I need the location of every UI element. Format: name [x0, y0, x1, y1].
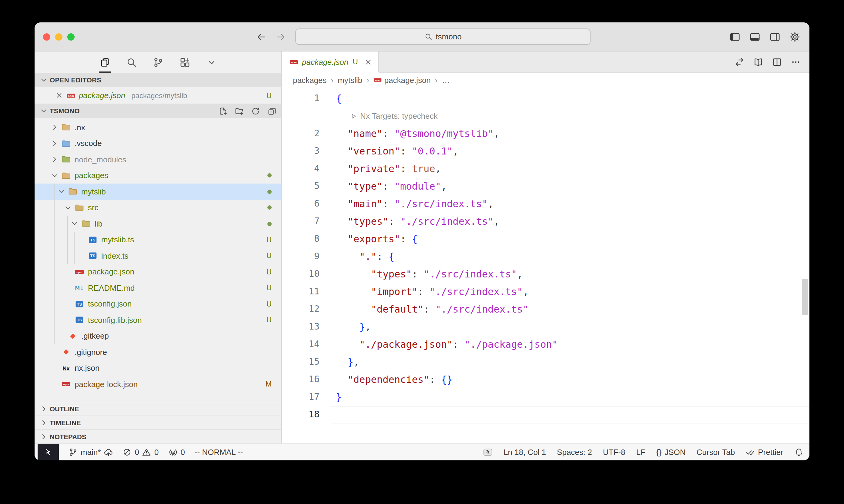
section-outline[interactable]: OUTLINE — [35, 402, 281, 416]
chevron-right-icon[interactable] — [50, 139, 61, 148]
split-editor-icon[interactable] — [772, 57, 782, 67]
code-line-3[interactable]: 3 "version": "0.0.1", — [282, 142, 809, 160]
code-line-13[interactable]: 13 }, — [282, 318, 809, 336]
status-notifications[interactable] — [794, 444, 803, 461]
chevron-down-icon[interactable] — [57, 187, 68, 196]
code-line-5[interactable]: 5 "type": "module", — [282, 178, 809, 195]
activity-extensions[interactable] — [179, 52, 190, 73]
code-line-4[interactable]: 4 "private": true, — [282, 160, 809, 178]
tree-item-README.md[interactable]: M↓README.mdU — [35, 280, 281, 296]
chevron-down-icon[interactable] — [70, 220, 81, 228]
activity-more-views[interactable] — [206, 52, 217, 73]
activity-explorer[interactable] — [99, 52, 110, 73]
tree-item-.nx[interactable]: .nx — [35, 119, 281, 136]
code-editor[interactable]: 1{Nx Targets: typecheck2 "name": "@tsmon… — [282, 87, 809, 444]
close-tab-icon[interactable] — [365, 58, 373, 66]
layout-panel-icon[interactable] — [750, 32, 760, 42]
code-line-10[interactable]: 10 "types": "./src/index.ts", — [282, 265, 809, 283]
chevron-down-icon[interactable] — [64, 203, 74, 212]
new-file-icon[interactable] — [218, 106, 227, 115]
status-cursor-tab[interactable]: Cursor Tab — [697, 444, 735, 461]
status-encoding[interactable]: UTF-8 — [603, 444, 625, 461]
status-indentation[interactable]: Spaces: 2 — [557, 444, 592, 461]
refresh-icon[interactable] — [251, 106, 260, 115]
code-line-7[interactable]: 7 "types": "./src/index.ts", — [282, 213, 809, 230]
tree-item-.vscode[interactable]: .vscode — [35, 136, 281, 151]
new-folder-icon[interactable] — [235, 106, 244, 115]
code-line-6[interactable]: 6 "main": "./src/index.ts", — [282, 195, 809, 213]
problems-text: 0 — [135, 448, 139, 457]
code-line-15[interactable]: 15 }, — [282, 353, 809, 371]
codelens-action[interactable]: Nx Targets: typecheck — [350, 107, 437, 125]
status-branch[interactable]: main* — [69, 444, 113, 461]
breadcrumb-item[interactable]: … — [442, 75, 450, 85]
status-formatter[interactable]: Prettier — [746, 444, 783, 461]
tree-item-node_modules[interactable]: node_modules — [35, 151, 281, 167]
back-arrow-icon[interactable] — [256, 32, 267, 42]
tree-item-.gitkeep[interactable]: .gitkeep — [35, 328, 281, 344]
forward-arrow-icon[interactable] — [275, 32, 286, 42]
tree-item-nx.json[interactable]: Nxnx.json — [35, 360, 281, 376]
explorer-section-header[interactable]: TSMONO — [35, 104, 281, 118]
status-cursor-position[interactable]: Ln 18, Col 1 — [503, 444, 546, 461]
tree-item-package-lock.json[interactable]: npmpackage-lock.jsonM — [35, 376, 281, 392]
code-line-1[interactable]: 1{ — [282, 90, 809, 107]
chevron-down-icon[interactable] — [50, 172, 61, 180]
chevron-right-icon[interactable] — [50, 123, 61, 132]
tree-item-lib[interactable]: lib — [35, 216, 281, 232]
tree-item-label: .gitkeep — [81, 332, 109, 341]
section-timeline[interactable]: TIMELINE — [35, 416, 281, 430]
tree-item-index.ts[interactable]: TSindex.tsU — [35, 248, 281, 264]
tree-item-src[interactable]: src — [35, 200, 281, 216]
status-problems[interactable]: 00 — [123, 444, 159, 461]
settings-gear-icon[interactable] — [789, 32, 800, 42]
diff-icon[interactable] — [734, 57, 744, 67]
zoom-window-button[interactable] — [67, 33, 74, 41]
status-eol[interactable]: LF — [636, 444, 645, 461]
tree-item-.gitignore[interactable]: .gitignore — [35, 344, 281, 360]
command-center[interactable]: tsmono — [295, 29, 590, 45]
tab-package-json[interactable]: npm package.json U — [282, 52, 379, 73]
tree-item-mytslib.ts[interactable]: TSmytslib.tsU — [35, 232, 281, 248]
section-notepads[interactable]: NOTEPADS — [35, 430, 281, 444]
code-line-12[interactable]: 12 "default": "./src/index.ts" — [282, 301, 809, 318]
code-line-2[interactable]: 2 "name": "@tsmono/mytslib", — [282, 125, 809, 142]
preview-icon[interactable] — [753, 57, 763, 67]
status-zoom[interactable] — [484, 444, 493, 461]
minimize-window-button[interactable] — [55, 33, 63, 41]
codelens-line[interactable]: Nx Targets: typecheck — [282, 107, 809, 125]
layout-sidebar-right-icon[interactable] — [770, 32, 780, 42]
open-editor-item[interactable]: npmpackage.jsonpackages/mytslibU — [35, 87, 281, 104]
open-editors-header[interactable]: OPEN EDITORS — [35, 73, 281, 87]
tree-item-package.json[interactable]: npmpackage.jsonU — [35, 264, 281, 280]
more-actions-icon[interactable] — [791, 57, 801, 67]
tree-item-packages[interactable]: packages — [35, 167, 281, 183]
code-line-14[interactable]: 14 "./package.json": "./package.json" — [282, 336, 809, 353]
status-ports[interactable]: 0 — [168, 444, 185, 461]
code-line-11[interactable]: 11 "import": "./src/index.ts", — [282, 283, 809, 301]
tree-item-mytslib[interactable]: mytslib — [35, 183, 281, 200]
layout-sidebar-left-icon[interactable] — [729, 32, 740, 42]
status-language-mode[interactable]: {}JSON — [656, 444, 686, 461]
status-remote[interactable] — [38, 444, 59, 461]
scrollbar-thumb[interactable] — [802, 278, 808, 315]
code-line-17[interactable]: 17} — [282, 388, 809, 406]
breadcrumb-item[interactable]: mytslib — [338, 75, 362, 85]
activity-search[interactable] — [126, 52, 137, 73]
code-line-18[interactable]: 18 — [282, 406, 809, 424]
status-vim-mode[interactable]: -- NORMAL -- — [195, 444, 243, 461]
code-lines: 1{Nx Targets: typecheck2 "name": "@tsmon… — [282, 90, 809, 424]
breadcrumb-item[interactable]: packages — [293, 75, 327, 85]
breadcrumb-item[interactable]: npmpackage.json — [374, 75, 431, 85]
code-text: "import": "./src/index.ts", — [320, 283, 529, 301]
code-line-9[interactable]: 9 ".": { — [282, 248, 809, 265]
tree-item-tsconfig.json[interactable]: TStsconfig.jsonU — [35, 296, 281, 312]
collapse-all-icon[interactable] — [268, 106, 276, 115]
close-window-button[interactable] — [43, 33, 50, 41]
code-line-16[interactable]: 16 "dependencies": {} — [282, 371, 809, 388]
code-line-8[interactable]: 8 "exports": { — [282, 230, 809, 248]
activity-source-control[interactable] — [153, 52, 163, 73]
chevron-right-icon[interactable] — [50, 156, 61, 164]
close-icon[interactable] — [55, 91, 63, 100]
tree-item-tsconfig.lib.json[interactable]: TStsconfig.lib.jsonU — [35, 312, 281, 328]
